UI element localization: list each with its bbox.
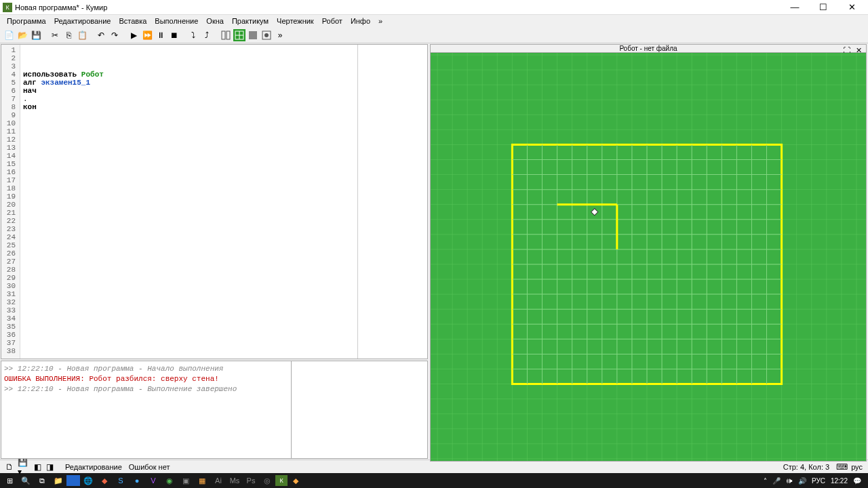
minimize-button[interactable]: — — [787, 2, 803, 12]
svg-marker-102 — [591, 209, 598, 216]
menu-программа[interactable]: Программа — [3, 16, 50, 26]
step-icon[interactable]: ⤵ — [187, 29, 199, 41]
tray-lang[interactable]: РУС — [812, 477, 825, 485]
save-file-icon[interactable]: 💾 — [30, 29, 42, 41]
task-skype[interactable]: S — [113, 474, 129, 487]
task-app9[interactable]: Ps — [243, 474, 259, 487]
layout3-icon[interactable] — [247, 29, 259, 41]
margin-line — [357, 45, 358, 359]
tray-volume-icon[interactable]: 🔊 — [798, 477, 806, 485]
line-gutter: 1234567891011121314151617181920212223242… — [1, 45, 20, 359]
editor-content[interactable]: использовать Роботалг экзамен15_1нач.кон — [20, 45, 427, 359]
task-kumir[interactable]: К — [275, 475, 288, 486]
redo-icon[interactable]: ↷ — [108, 29, 121, 41]
task-app3[interactable]: ● — [129, 474, 145, 487]
status-errors: Ошибок нет — [129, 463, 170, 471]
status-cursor-pos: Стр: 4, Кол: 3 — [783, 463, 829, 471]
cut-icon[interactable]: ✂ — [49, 29, 61, 41]
task-app7[interactable]: Ai — [210, 474, 226, 487]
undo-icon[interactable]: ↶ — [95, 29, 107, 41]
menu-»[interactable]: » — [374, 16, 387, 26]
maximize-button[interactable]: ☐ — [815, 2, 831, 12]
menubar: ПрограммаРедактированиеВставкаВыполнение… — [0, 15, 868, 27]
task-app11[interactable]: ◆ — [288, 474, 304, 487]
menu-инфо[interactable]: Инфо — [347, 16, 374, 26]
status-keyboard-icon[interactable]: ⌨ — [836, 462, 848, 472]
layout4-icon[interactable] — [260, 29, 273, 41]
start-button[interactable]: ⊞ — [1, 474, 18, 487]
task-app8[interactable]: Ms — [226, 474, 243, 487]
run-fast-icon[interactable]: ⏩ — [141, 29, 153, 41]
explorer-icon[interactable]: 📁 — [50, 474, 66, 487]
menu-чертежник[interactable]: Чертежник — [273, 16, 318, 26]
taskbar: ⊞ 🔍 ⧉ 📁 🌐 ◆ S ● V ◉ ▣ ▦ Ai Ms Ps ◎ К ◆ ˄… — [0, 473, 868, 488]
app-icon: К — [3, 3, 12, 12]
svg-rect-0 — [222, 31, 225, 39]
menu-окна[interactable]: Окна — [202, 16, 228, 26]
task-app6[interactable]: ▦ — [194, 474, 210, 487]
menu-практикум[interactable]: Практикум — [228, 16, 273, 26]
window-title: Новая программа* - Кумир — [15, 3, 787, 12]
tray-notifications-icon[interactable]: 💬 — [853, 477, 861, 485]
status-icon1[interactable]: 🗋 — [5, 462, 18, 472]
tray-mic-icon[interactable]: 🎤 — [772, 477, 781, 485]
tray-time[interactable]: 12:22 — [831, 477, 848, 485]
layout1-icon[interactable] — [220, 29, 232, 41]
console-right-pane — [292, 361, 427, 458]
titlebar: К Новая программа* - Кумир — ☐ ✕ — [0, 0, 868, 15]
task-chrome[interactable]: 🌐 — [80, 474, 96, 487]
console: >> 12:22:10 - Новая программа - Начало в… — [1, 361, 428, 459]
status-icon3[interactable]: ◧ — [34, 462, 46, 472]
menu-вставка[interactable]: Вставка — [115, 16, 151, 26]
robot-panel-title: Робот - нет файла — [619, 45, 677, 52]
robot-field[interactable] — [430, 53, 867, 462]
menu-выполнение[interactable]: Выполнение — [151, 16, 202, 26]
open-file-icon[interactable]: 📂 — [16, 29, 28, 41]
stop-icon[interactable]: ⏹ — [168, 29, 180, 41]
close-button[interactable]: ✕ — [844, 2, 860, 12]
robot-panel-header: Робот - нет файла ⛶ ✕ — [430, 44, 867, 53]
more-icon[interactable]: » — [274, 29, 286, 41]
status-lang: рус — [851, 463, 863, 471]
task-app5[interactable]: ▣ — [178, 474, 194, 487]
step-over-icon[interactable]: ⤴ — [201, 29, 213, 41]
tray-network-icon[interactable]: 🕪 — [786, 477, 793, 485]
task-app1[interactable] — [66, 475, 80, 486]
code-editor[interactable]: 1234567891011121314151617181920212223242… — [1, 44, 428, 359]
paste-icon[interactable]: 📋 — [76, 29, 88, 41]
task-viber[interactable]: V — [145, 474, 161, 487]
status-mode: Редактирование — [65, 463, 122, 471]
pause-icon[interactable]: ⏸ — [155, 29, 167, 41]
task-app10[interactable]: ◎ — [259, 474, 275, 487]
tray-chevron-icon[interactable]: ˄ — [764, 477, 767, 485]
run-icon[interactable]: ▶ — [127, 29, 140, 41]
menu-редактирование[interactable]: Редактирование — [50, 16, 115, 26]
new-file-icon[interactable]: 📄 — [3, 29, 15, 41]
task-app2[interactable]: ◆ — [96, 474, 113, 487]
svg-point-7 — [264, 33, 269, 37]
layout2-icon[interactable] — [233, 29, 245, 41]
taskview-icon[interactable]: ⧉ — [34, 474, 50, 487]
status-icon4[interactable]: ◨ — [46, 462, 58, 472]
svg-rect-5 — [249, 31, 257, 39]
menu-робот[interactable]: Робот — [318, 16, 347, 26]
search-icon[interactable]: 🔍 — [18, 474, 34, 487]
task-app4[interactable]: ◉ — [161, 474, 178, 487]
svg-rect-1 — [226, 31, 230, 39]
statusbar: 🗋 💾▾ ◧ ◨ Редактирование Ошибок нет Стр: … — [0, 460, 868, 473]
copy-icon[interactable]: ⎘ — [62, 29, 75, 41]
toolbar: 📄 📂 💾 ✂ ⎘ 📋 ↶ ↷ ▶ ⏩ ⏸ ⏹ ⤵ ⤴ » — [0, 27, 868, 43]
console-output: >> 12:22:10 - Новая программа - Начало в… — [1, 361, 292, 458]
